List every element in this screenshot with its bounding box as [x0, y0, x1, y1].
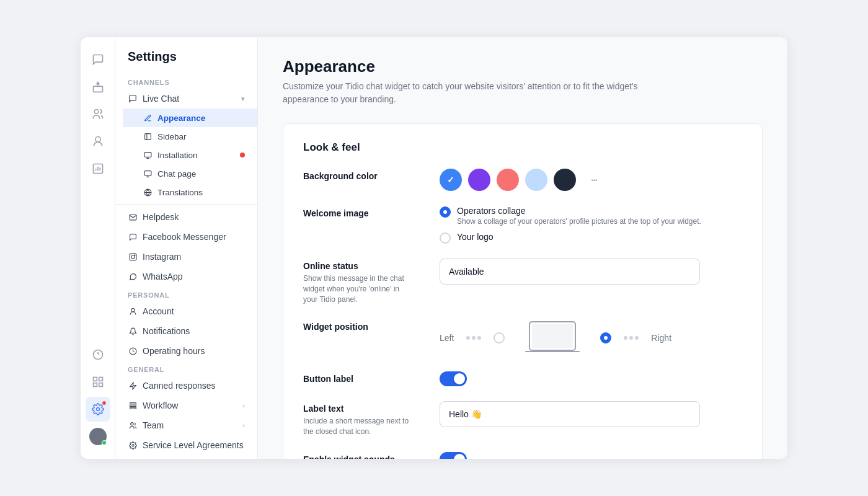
sidebar-item-operating-hours[interactable]: Operating hours [115, 341, 257, 361]
sidebar-item-translations[interactable]: Translations [123, 183, 257, 202]
operators-collage-option[interactable]: Operators collage Show a collage of your… [440, 206, 742, 226]
contacts-nav-icon[interactable] [86, 129, 110, 154]
team-nav-icon[interactable] [86, 102, 110, 126]
helpdesk-label: Helpdesk [143, 212, 179, 222]
sidebar-item-sla[interactable]: Service Level Agreements [115, 435, 257, 455]
facebook-icon [128, 232, 138, 242]
left-dot-3 [477, 336, 481, 340]
sidebar-item-sidebar[interactable]: Sidebar [123, 127, 257, 146]
svg-rect-21 [130, 402, 136, 404]
color-swatch-purple[interactable] [468, 169, 490, 191]
grid-nav-icon[interactable] [86, 370, 110, 394]
right-dots [624, 336, 639, 340]
section-heading: Look & feel [303, 141, 742, 154]
your-logo-radio[interactable] [440, 232, 451, 244]
workflow-icon [128, 401, 138, 410]
widget-sounds-row: Enable widget sounds [303, 452, 742, 459]
chat-nav-icon[interactable] [86, 47, 110, 72]
team-icon [128, 420, 138, 430]
sidebar-item-workflow[interactable]: Workflow › [115, 396, 257, 415]
button-label-toggle[interactable] [440, 371, 467, 386]
left-dots [466, 336, 481, 340]
general-section-label: GENERAL [115, 361, 257, 376]
facebook-label: Facebook Messenger [143, 232, 226, 242]
online-status-dot [102, 440, 107, 445]
svg-rect-7 [99, 378, 102, 381]
svg-point-2 [94, 110, 99, 114]
sidebar-item-notifications[interactable]: Notifications [115, 321, 257, 341]
svg-point-10 [96, 408, 99, 411]
account-label: Account [143, 306, 174, 316]
live-chat-subnav: Appearance Sidebar Installation Chat p [115, 108, 257, 202]
sidebar-item-canned-responses[interactable]: Canned responses [115, 376, 257, 396]
operators-collage-radio[interactable] [440, 206, 451, 218]
online-status-control [440, 259, 742, 285]
lightning-nav-icon[interactable] [86, 342, 110, 367]
avatar-nav-icon[interactable] [86, 424, 110, 449]
svg-rect-8 [93, 383, 97, 387]
label-text-row: Label text Include a short message next … [303, 401, 742, 437]
sidebar-item-whatsapp[interactable]: WhatsApp [115, 267, 257, 286]
online-status-input[interactable] [440, 259, 700, 285]
button-label-control [440, 371, 742, 386]
sidebar-item-helpdesk[interactable]: Helpdesk [115, 207, 257, 227]
welcome-image-control: Operators collage Show a collage of your… [440, 206, 742, 244]
whatsapp-icon [128, 272, 138, 281]
analytics-nav-icon[interactable] [86, 156, 110, 181]
left-label: Left [440, 333, 454, 343]
background-color-control: ··· [440, 169, 742, 191]
right-dot-1 [624, 336, 627, 340]
left-dot-2 [472, 336, 476, 340]
color-swatches: ··· [440, 169, 742, 191]
sidebar-item-chat-page[interactable]: Chat page [123, 164, 257, 183]
svg-marker-20 [130, 383, 136, 389]
user-avatar [89, 428, 107, 445]
sidebar-item-instagram[interactable]: Instagram [115, 247, 257, 267]
installation-icon [143, 150, 153, 160]
sidebar-item-account[interactable]: Account [115, 301, 257, 321]
color-swatch-dark[interactable] [554, 169, 576, 191]
label-text-control [440, 401, 742, 427]
right-position-radio[interactable] [600, 332, 611, 343]
bot-nav-icon[interactable] [86, 74, 110, 99]
svg-rect-11 [144, 133, 151, 140]
canned-responses-label: Canned responses [143, 381, 216, 391]
left-position-radio[interactable] [494, 332, 505, 343]
laptop-icon [525, 319, 580, 356]
sidebar-item-installation[interactable]: Installation [123, 146, 257, 164]
widget-sounds-control [440, 452, 742, 459]
chat-page-label: Chat page [157, 169, 196, 179]
color-swatch-blue[interactable] [440, 169, 462, 191]
settings-nav-icon[interactable] [86, 397, 110, 422]
color-swatch-more[interactable]: ··· [582, 169, 604, 191]
canned-responses-icon [128, 381, 138, 391]
svg-point-17 [134, 254, 135, 255]
live-chat-label: Live Chat [143, 94, 179, 104]
sidebar-item-team[interactable]: Team › [115, 415, 257, 435]
svg-rect-6 [93, 378, 97, 381]
widget-position-control: Left [440, 319, 742, 356]
svg-rect-15 [130, 254, 136, 260]
svg-point-24 [130, 422, 133, 425]
widget-sounds-label: Enable widget sounds [303, 452, 415, 459]
svg-rect-9 [99, 383, 102, 387]
translations-label: Translations [157, 188, 203, 197]
sidebar-item-live-chat[interactable]: Live Chat ▾ [115, 89, 257, 108]
widget-sounds-toggle[interactable] [440, 452, 467, 459]
sidebar-item-appearance[interactable]: Appearance [123, 108, 257, 127]
color-swatch-red[interactable] [497, 169, 519, 191]
your-logo-option[interactable]: Your logo [440, 232, 742, 244]
welcome-image-radio-group: Operators collage Show a collage of your… [440, 206, 742, 244]
svg-point-25 [131, 444, 133, 446]
color-swatch-light-blue[interactable] [525, 169, 547, 191]
background-color-label: Background color [303, 169, 415, 181]
svg-rect-13 [144, 170, 151, 175]
svg-rect-12 [144, 152, 151, 157]
installation-badge [240, 153, 245, 157]
sidebar-item-facebook[interactable]: Facebook Messenger [115, 227, 257, 247]
sla-icon [128, 440, 138, 450]
appearance-label: Appearance [157, 113, 205, 123]
app-container: Settings CHANNELS Live Chat ▾ Appearance… [81, 37, 787, 459]
svg-point-3 [95, 137, 100, 142]
label-text-input[interactable] [440, 401, 700, 427]
